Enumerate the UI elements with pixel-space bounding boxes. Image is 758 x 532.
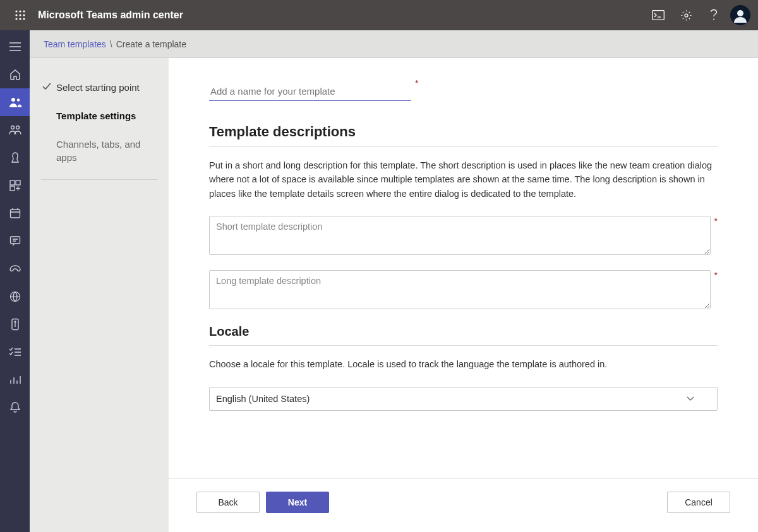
help-button[interactable] <box>700 0 728 30</box>
svg-point-17 <box>16 126 19 129</box>
locale-select-value: English (United States) <box>216 394 310 404</box>
svg-point-3 <box>15 14 17 16</box>
check-icon <box>42 83 51 90</box>
svg-point-5 <box>23 14 25 16</box>
section-title-descriptions: Template descriptions <box>209 124 718 147</box>
svg-point-15 <box>16 98 19 101</box>
breadcrumb-parent-link[interactable]: Team templates <box>44 39 106 49</box>
rail-hamburger[interactable] <box>0 33 30 61</box>
rail-locations[interactable] <box>0 283 30 310</box>
svg-point-4 <box>19 14 21 16</box>
apps-icon <box>9 180 21 191</box>
breadcrumb-current: Create a template <box>116 39 186 49</box>
long-description-input[interactable] <box>209 270 711 309</box>
chat-icon <box>9 235 21 247</box>
wizard-step-nav: Select starting point Template settings … <box>30 58 169 532</box>
globe-icon <box>9 291 21 302</box>
svg-point-14 <box>11 98 15 102</box>
svg-point-0 <box>15 10 17 12</box>
left-nav-rail <box>0 30 30 532</box>
svg-point-11 <box>713 19 714 20</box>
breadcrumb-separator: \ <box>110 39 112 49</box>
rail-devices[interactable] <box>0 144 30 172</box>
next-button[interactable]: Next <box>266 492 329 513</box>
svg-rect-21 <box>10 210 20 218</box>
phone-icon <box>9 264 21 274</box>
section-title-locale: Locale <box>209 324 718 346</box>
rail-voice[interactable] <box>0 255 30 283</box>
breadcrumb: Team templates \ Create a template <box>30 30 758 58</box>
policy-icon <box>11 318 20 331</box>
rail-apps[interactable] <box>0 172 30 199</box>
waffle-icon <box>15 10 25 20</box>
short-description-input[interactable] <box>209 216 711 255</box>
app-launcher-button[interactable] <box>5 0 35 30</box>
checklist-icon <box>9 347 21 357</box>
svg-point-6 <box>15 18 17 20</box>
svg-point-16 <box>11 126 14 129</box>
analytics-icon <box>9 375 21 385</box>
svg-point-8 <box>23 18 25 20</box>
users-icon <box>9 124 21 136</box>
svg-rect-9 <box>653 11 665 20</box>
device-icon <box>9 151 21 164</box>
svg-point-1 <box>19 10 21 12</box>
home-icon <box>9 68 21 81</box>
svg-rect-19 <box>16 180 20 185</box>
teams-icon <box>8 97 22 108</box>
wizard-step-starting-point[interactable]: Select starting point <box>41 81 157 94</box>
account-avatar[interactable] <box>730 5 750 25</box>
locale-select[interactable]: English (United States) <box>209 387 718 411</box>
svg-rect-20 <box>10 186 15 191</box>
shell-action-button[interactable] <box>644 0 672 30</box>
cancel-button[interactable]: Cancel <box>667 492 730 513</box>
wizard-step-template-settings[interactable]: Template settings <box>41 109 157 122</box>
section-help-locale: Choose a locale for this template. Local… <box>209 357 718 371</box>
rail-messaging[interactable] <box>0 227 30 255</box>
svg-point-25 <box>15 321 16 322</box>
required-indicator: * <box>714 216 718 226</box>
svg-point-2 <box>23 10 25 12</box>
calendar-icon <box>9 208 21 219</box>
rail-users[interactable] <box>0 116 30 144</box>
wizard-step-label: Channels, tabs, and apps <box>56 138 157 164</box>
app-title: Microsoft Teams admin center <box>38 9 183 21</box>
required-indicator: * <box>415 78 418 88</box>
required-indicator: * <box>714 270 718 280</box>
hamburger-icon <box>9 42 21 51</box>
wizard-step-channels-tabs-apps[interactable]: Channels, tabs, and apps <box>41 138 157 164</box>
rail-notifications[interactable] <box>0 394 30 422</box>
rail-home[interactable] <box>0 61 30 88</box>
wizard-footer: Back Next Cancel <box>169 478 758 532</box>
svg-point-10 <box>685 14 688 17</box>
rail-tasks[interactable] <box>0 338 30 366</box>
rail-policy[interactable] <box>0 310 30 338</box>
section-help-descriptions: Put in a short and long description for … <box>209 158 718 201</box>
svg-point-13 <box>737 10 743 16</box>
svg-rect-22 <box>10 237 20 244</box>
svg-point-7 <box>19 18 21 20</box>
rail-teams[interactable] <box>0 88 30 116</box>
prompt-icon <box>652 10 665 20</box>
rail-meetings[interactable] <box>0 199 30 227</box>
gear-icon <box>680 9 692 21</box>
chevron-down-icon <box>687 396 694 401</box>
back-button[interactable]: Back <box>196 492 260 513</box>
rail-analytics[interactable] <box>0 366 30 394</box>
global-header: Microsoft Teams admin center <box>0 0 758 30</box>
wizard-step-label: Template settings <box>56 109 136 122</box>
bell-icon <box>10 402 20 413</box>
help-icon <box>710 9 718 21</box>
wizard-step-label: Select starting point <box>56 81 140 94</box>
svg-rect-18 <box>10 180 15 185</box>
avatar-icon <box>732 7 749 23</box>
settings-button[interactable] <box>672 0 700 30</box>
template-name-input[interactable] <box>209 82 411 101</box>
